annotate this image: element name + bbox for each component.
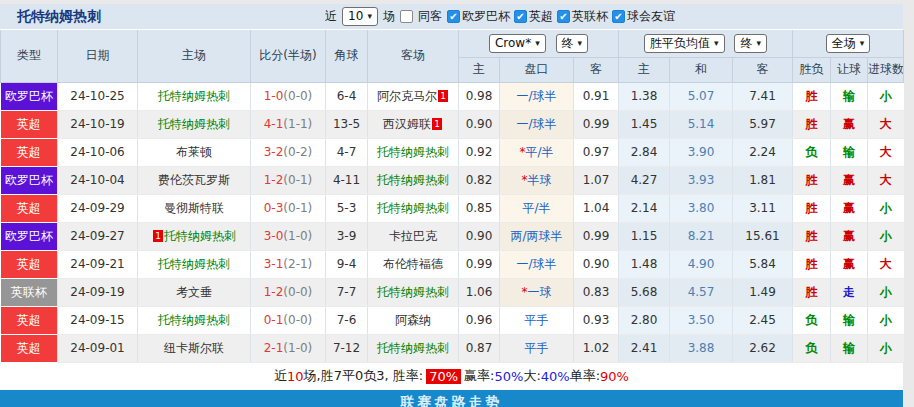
goal-result-cell: 小 — [868, 334, 904, 362]
match-row: 英超24-09-29曼彻斯特联0-3(0-1)5-3托特纳姆热刺0.85平/半1… — [1, 194, 904, 222]
avg-away-cell: 3.11 — [733, 194, 793, 222]
away-team-cell: 托特纳姆热刺 — [368, 194, 459, 222]
filter-checkbox[interactable]: ✔ — [612, 10, 625, 23]
summary-part: 50% — [494, 369, 523, 384]
col-header-corners: 角球 — [326, 30, 368, 82]
let-result-cell: 输 — [831, 82, 868, 110]
same-venue-checkbox[interactable] — [400, 10, 413, 23]
competition-badge: 欧罗巴杯 — [1, 83, 58, 110]
filter-checkbox[interactable]: ✔ — [447, 10, 460, 23]
filter-checkbox[interactable]: ✔ — [557, 10, 570, 23]
col-header-result: 胜负 — [793, 57, 831, 82]
competition-badge: 英超 — [1, 307, 58, 334]
avg-draw-cell: 5.14 — [670, 110, 733, 138]
toolbar: 托特纳姆热刺 近 10▾ 场 同客 ✔欧罗巴杯✔英超✔英联杯✔球会友谊 — [0, 4, 903, 30]
odds-source-select[interactable]: Crow*▾ — [489, 34, 546, 53]
fulltime-value: 全场 — [832, 36, 856, 51]
home-odds-cell: 0.99 — [459, 250, 500, 278]
goal-result-cell: 大 — [868, 250, 904, 278]
col-header-handicap: 盘口 — [500, 57, 574, 82]
home-team-name: 布莱顿 — [176, 145, 212, 159]
summary-line: 近10场,胜7平0负3, 胜率:70% 赢率:50% 大:40% 单率:90% — [0, 363, 903, 390]
halftime-score: (0-2) — [283, 145, 312, 159]
filter-label: 球会友谊 — [627, 8, 675, 25]
fulltime-score: 0-1 — [264, 313, 284, 327]
date-cell: 24-09-01 — [58, 334, 138, 362]
home-team-name: 费伦茨瓦罗斯 — [158, 173, 230, 187]
handicap-cell: 一/球半 — [500, 250, 574, 278]
goal-result-cell: 小 — [868, 82, 904, 110]
date-cell: 24-09-19 — [58, 278, 138, 306]
type-cell: 欧罗巴杯 — [1, 82, 58, 110]
col-header-home: 主场 — [138, 30, 251, 82]
avg-draw-cell: 3.50 — [670, 306, 733, 334]
summary-part: 场,胜7平0负3, 胜率: — [304, 367, 424, 385]
type-cell: 英联杯 — [1, 278, 58, 306]
avg-odds-group: 胜平负均值▾ 终▾ — [619, 30, 793, 57]
handicap-cell: *一球 — [500, 278, 574, 306]
corners-cell: 13-5 — [326, 110, 368, 138]
away-team-cell: 布伦特福德 — [368, 250, 459, 278]
filter-label: 英超 — [529, 8, 553, 25]
halftime-score: (1-1) — [283, 117, 312, 131]
home-team-cell: 考文垂 — [138, 278, 251, 306]
fulltime-select[interactable]: 全场▾ — [826, 34, 871, 53]
chevron-down-icon: ▾ — [578, 36, 583, 51]
recent-label: 近 — [325, 8, 337, 25]
away-odds-cell: 0.97 — [574, 138, 619, 166]
corners-cell: 4-7 — [326, 138, 368, 166]
avg-home-cell: 1.45 — [619, 110, 670, 138]
avg-away-cell: 5.97 — [733, 110, 793, 138]
odds-source-group: Crow*▾ 终▾ — [459, 30, 619, 57]
result-cell: 负 — [793, 138, 831, 166]
corners-cell: 6-4 — [326, 82, 368, 110]
competition-badge: 英超 — [1, 111, 58, 138]
final-odds-select-2[interactable]: 终▾ — [734, 34, 767, 53]
score-cell: 1-2(0-0) — [251, 278, 326, 306]
halftime-score: (0-0) — [283, 285, 312, 299]
filter-checkbox[interactable]: ✔ — [514, 10, 527, 23]
col-header-avg-draw: 和 — [670, 57, 733, 82]
result-cell: 胜 — [793, 250, 831, 278]
avg-home-cell: 1.38 — [619, 82, 670, 110]
let-result-cell: 赢 — [831, 194, 868, 222]
away-odds-cell: 0.99 — [574, 222, 619, 250]
halftime-score: (1-0) — [283, 229, 312, 243]
match-row: 欧罗巴杯24-09-271托特纳姆热刺3-0(1-0)3-9卡拉巴克0.90两/… — [1, 222, 904, 250]
home-team-name: 托特纳姆热刺 — [158, 313, 230, 327]
result-cell: 胜 — [793, 278, 831, 306]
let-result-cell: 赢 — [831, 222, 868, 250]
home-team-cell: 费伦茨瓦罗斯 — [138, 166, 251, 194]
date-cell: 24-10-06 — [58, 138, 138, 166]
summary-part: 近 — [274, 367, 287, 385]
handicap-cell: 一/球半 — [500, 110, 574, 138]
avg-away-cell: 1.49 — [733, 278, 793, 306]
home-team-name: 曼彻斯特联 — [164, 201, 224, 215]
avg-odds-select[interactable]: 胜平负均值▾ — [644, 34, 725, 53]
match-row: 英联杯24-09-19考文垂1-2(0-0)7-7托特纳姆热刺1.06*一球0.… — [1, 278, 904, 306]
away-team-cell: 阿尔克马尔1 — [368, 82, 459, 110]
type-cell: 英超 — [1, 194, 58, 222]
recent-count-select[interactable]: 10▾ — [342, 7, 378, 26]
match-row: 欧罗巴杯24-10-25托特纳姆热刺1-0(0-0)6-4阿尔克马尔10.98一… — [1, 82, 904, 110]
result-cell: 胜 — [793, 194, 831, 222]
col-header-let: 让球 — [831, 57, 868, 82]
avg-away-cell: 7.41 — [733, 82, 793, 110]
home-odds-cell: 1.06 — [459, 278, 500, 306]
score-cell: 3-0(1-0) — [251, 222, 326, 250]
result-cell: 负 — [793, 334, 831, 362]
same-venue-label: 同客 — [418, 8, 442, 25]
match-row: 英超24-09-15托特纳姆热刺0-1(0-0)7-6阿森纳0.96平手0.93… — [1, 306, 904, 334]
final-odds-select-1[interactable]: 终▾ — [556, 34, 589, 53]
summary-part: 10 — [287, 369, 304, 384]
corners-cell: 5-3 — [326, 194, 368, 222]
away-team-name: 阿森纳 — [395, 313, 431, 327]
date-cell: 24-09-29 — [58, 194, 138, 222]
handicap-cell: 一/球半 — [500, 82, 574, 110]
goal-result-cell: 小 — [868, 278, 904, 306]
let-result-cell: 输 — [831, 138, 868, 166]
col-header-avg-away: 客 — [733, 57, 793, 82]
competition-badge: 欧罗巴杯 — [1, 223, 58, 250]
corners-cell: 7-12 — [326, 334, 368, 362]
away-team-cell: 托特纳姆热刺 — [368, 138, 459, 166]
